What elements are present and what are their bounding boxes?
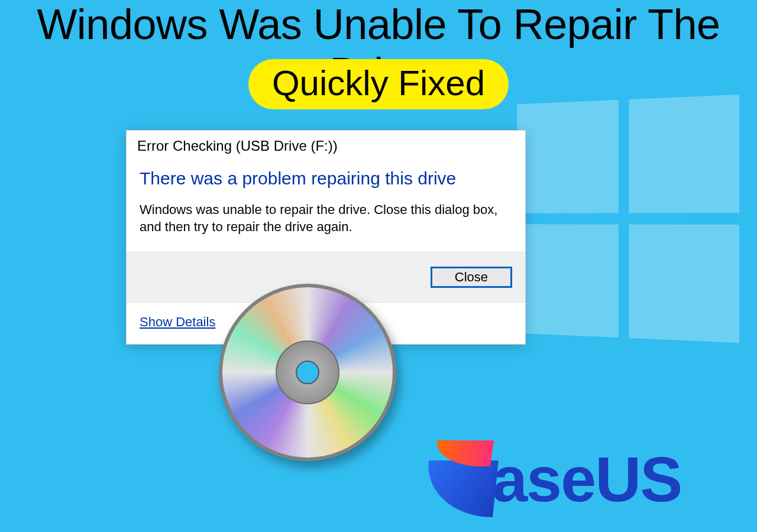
easeus-mark-icon xyxy=(426,440,497,517)
easeus-wordmark: aseUS xyxy=(492,442,681,516)
show-details-link[interactable]: Show Details xyxy=(140,314,215,330)
cd-disc-icon xyxy=(219,284,396,461)
dialog-title: Error Checking (USB Drive (F:)) xyxy=(127,131,525,160)
easeus-logo: aseUS xyxy=(426,437,745,520)
promo-canvas: Windows Was Unable To Repair The Drive Q… xyxy=(0,0,757,532)
dialog-message-heading: There was a problem repairing this drive xyxy=(140,168,512,189)
windows-logo-icon xyxy=(517,95,739,343)
subtitle-badge: Quickly Fixed xyxy=(248,59,509,109)
dialog-message-body: Windows was unable to repair the drive. … xyxy=(140,202,512,235)
close-button[interactable]: Close xyxy=(431,267,512,288)
